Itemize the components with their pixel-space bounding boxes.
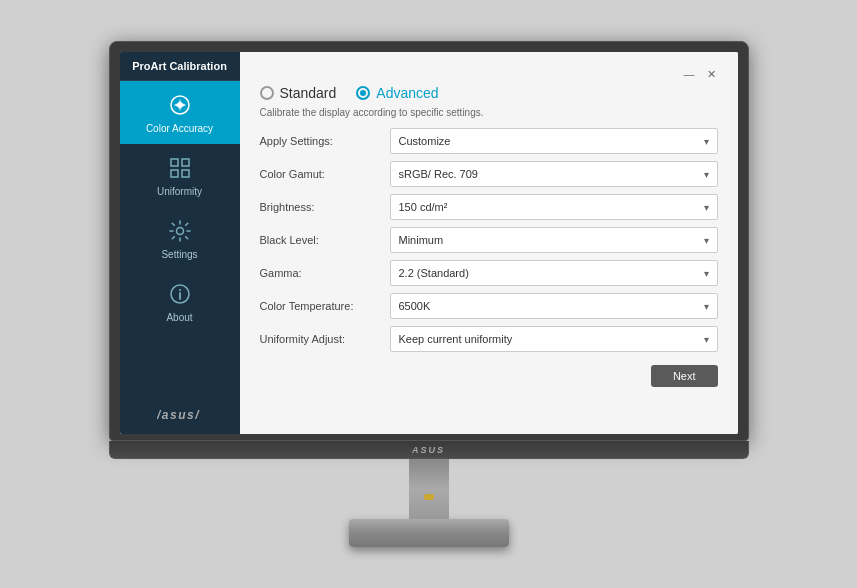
settings-row-2: Brightness: 150 cd/m² ▾: [260, 194, 718, 220]
svg-rect-5: [182, 170, 189, 177]
label-color-temperature: Color Temperature:: [260, 300, 390, 312]
mode-row: Standard Advanced: [260, 85, 718, 101]
dropdown-color-gamut[interactable]: sRGB/ Rec. 709 ▾: [390, 161, 718, 187]
about-icon: [166, 280, 194, 308]
dropdown-gamma[interactable]: 2.2 (Standard) ▾: [390, 260, 718, 286]
sidebar: ProArt Calibration Color Accuracy: [120, 52, 240, 434]
svg-rect-3: [182, 159, 189, 166]
value-color-temperature: 6500K: [399, 300, 431, 312]
monitor-frame: ProArt Calibration Color Accuracy: [109, 41, 749, 441]
color-accuracy-icon: [166, 91, 194, 119]
sidebar-label-uniformity: Uniformity: [157, 186, 202, 197]
monitor-screen: ProArt Calibration Color Accuracy: [120, 52, 738, 434]
value-brightness: 150 cd/m²: [399, 201, 448, 213]
subtitle: Calibrate the display according to speci…: [260, 107, 718, 118]
dropdown-uniformity-adjust[interactable]: Keep current uniformity ▾: [390, 326, 718, 352]
standard-radio[interactable]: [260, 86, 274, 100]
next-btn-row: Next: [260, 365, 718, 387]
monitor-bezel-bottom: ASUS: [109, 441, 749, 459]
dropdown-black-level[interactable]: Minimum ▾: [390, 227, 718, 253]
sidebar-label-color-accuracy: Color Accuracy: [146, 123, 213, 134]
window-controls: — ✕: [260, 68, 718, 81]
monitor-base: [349, 519, 509, 547]
label-gamma: Gamma:: [260, 267, 390, 279]
bezel-asus-logo: ASUS: [412, 445, 445, 455]
label-color-gamut: Color Gamut:: [260, 168, 390, 180]
sidebar-asus-logo: /asus/: [147, 398, 212, 434]
chevron-down-icon-5: ▾: [704, 301, 709, 312]
svg-point-1: [177, 103, 182, 108]
value-apply-settings: Customize: [399, 135, 451, 147]
settings-row-3: Black Level: Minimum ▾: [260, 227, 718, 253]
sidebar-item-about[interactable]: About: [120, 270, 240, 333]
sidebar-label-settings: Settings: [161, 249, 197, 260]
label-uniformity-adjust: Uniformity Adjust:: [260, 333, 390, 345]
value-color-gamut: sRGB/ Rec. 709: [399, 168, 478, 180]
label-black-level: Black Level:: [260, 234, 390, 246]
chevron-down-icon-6: ▾: [704, 334, 709, 345]
dropdown-brightness[interactable]: 150 cd/m² ▾: [390, 194, 718, 220]
svg-point-9: [179, 289, 181, 291]
settings-row-5: Color Temperature: 6500K ▾: [260, 293, 718, 319]
label-apply-settings: Apply Settings:: [260, 135, 390, 147]
advanced-label: Advanced: [376, 85, 438, 101]
settings-row-0: Apply Settings: Customize ▾: [260, 128, 718, 154]
monitor-neck: [409, 459, 449, 519]
chevron-down-icon-4: ▾: [704, 268, 709, 279]
sidebar-item-uniformity[interactable]: Uniformity: [120, 144, 240, 207]
settings-row-1: Color Gamut: sRGB/ Rec. 709 ▾: [260, 161, 718, 187]
dropdown-apply-settings[interactable]: Customize ▾: [390, 128, 718, 154]
chevron-down-icon-0: ▾: [704, 136, 709, 147]
close-button[interactable]: ✕: [705, 68, 718, 81]
standard-label: Standard: [280, 85, 337, 101]
minimize-button[interactable]: —: [682, 68, 697, 81]
advanced-radio[interactable]: [356, 86, 370, 100]
sidebar-item-color-accuracy[interactable]: Color Accuracy: [120, 81, 240, 144]
label-brightness: Brightness:: [260, 201, 390, 213]
svg-point-6: [176, 228, 183, 235]
value-black-level: Minimum: [399, 234, 444, 246]
chevron-down-icon-1: ▾: [704, 169, 709, 180]
svg-rect-4: [171, 170, 178, 177]
settings-row-6: Uniformity Adjust: Keep current uniformi…: [260, 326, 718, 352]
advanced-mode[interactable]: Advanced: [356, 85, 438, 101]
svg-rect-2: [171, 159, 178, 166]
sidebar-label-about: About: [166, 312, 192, 323]
standard-mode[interactable]: Standard: [260, 85, 337, 101]
uniformity-icon: [166, 154, 194, 182]
settings-row-4: Gamma: 2.2 (Standard) ▾: [260, 260, 718, 286]
value-uniformity-adjust: Keep current uniformity: [399, 333, 513, 345]
dropdown-color-temperature[interactable]: 6500K ▾: [390, 293, 718, 319]
monitor-wrapper: ProArt Calibration Color Accuracy: [109, 41, 749, 547]
app-title: ProArt Calibration: [120, 52, 240, 81]
chevron-down-icon-3: ▾: [704, 235, 709, 246]
svg-text:/asus/: /asus/: [157, 408, 200, 422]
settings-icon: [166, 217, 194, 245]
value-gamma: 2.2 (Standard): [399, 267, 469, 279]
sidebar-item-settings[interactable]: Settings: [120, 207, 240, 270]
next-button[interactable]: Next: [651, 365, 718, 387]
chevron-down-icon-2: ▾: [704, 202, 709, 213]
main-content: — ✕ Standard Advanced Calibrate the disp…: [240, 52, 738, 434]
